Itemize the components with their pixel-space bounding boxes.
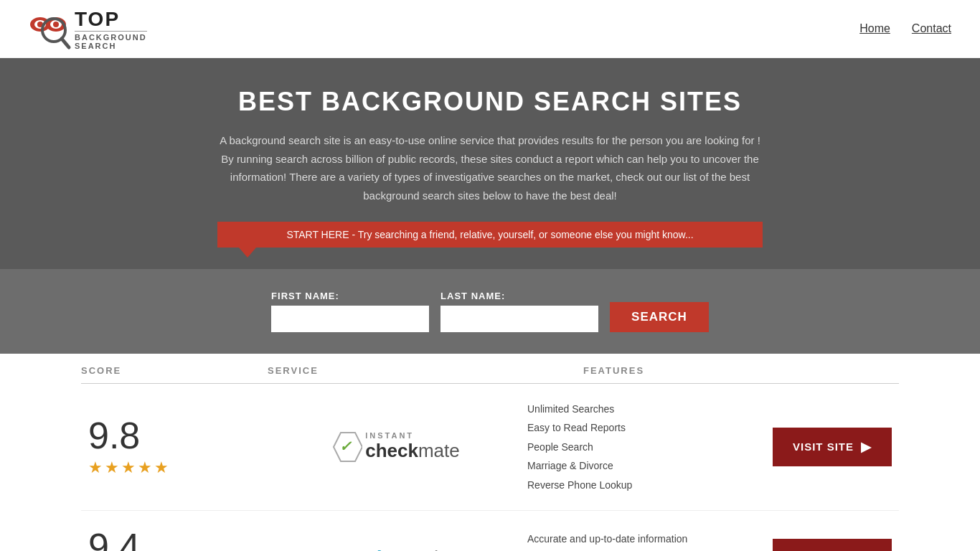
star-1: ★ — [88, 458, 103, 477]
visit-col-1: VISIT SITE ▶ — [773, 428, 899, 466]
star-half-1: ★ — [154, 458, 169, 477]
table-header: SCORE SERVICE FEATURES — [81, 354, 899, 384]
search-form: FIRST NAME: LAST NAME: SEARCH — [14, 291, 966, 332]
checkmate-name-text: checkmate — [365, 440, 460, 462]
star-2: ★ — [105, 458, 119, 477]
col-header-service: SERVICE — [268, 365, 583, 376]
feature-item: People Search — [527, 439, 773, 455]
search-button[interactable]: SEARCH — [610, 302, 709, 332]
svg-line-7 — [62, 39, 69, 47]
feature-item: Marriage & Divorce — [527, 458, 773, 474]
header: TOP BACKGROUNDSEARCH Home Contact — [0, 0, 980, 58]
last-name-group: LAST NAME: — [440, 291, 598, 332]
table-row: 9.4 ★ ★ ★ ★ ★ People LOOker Accurate and… — [81, 511, 899, 551]
stars-1: ★ ★ ★ ★ ★ — [88, 458, 169, 477]
results-table: SCORE SERVICE FEATURES 9.8 ★ ★ ★ ★ ★ ✓ — [67, 354, 913, 551]
first-name-label: FIRST NAME: — [271, 291, 429, 301]
last-name-input[interactable] — [440, 306, 598, 332]
score-col-1: 9.8 ★ ★ ★ ★ ★ — [81, 417, 268, 477]
hero-title: BEST BACKGROUND SEARCH SITES — [14, 87, 966, 117]
feature-item: Accurate and up-to-date information — [527, 531, 773, 547]
nav-contact-link[interactable]: Contact — [912, 22, 951, 35]
people-logo-looker: LOOker — [392, 547, 462, 551]
checkmate-logo-text-block: INSTANT checkmate — [365, 431, 460, 462]
checkmate-instant-text: INSTANT — [365, 431, 460, 440]
people-logo-people: People — [326, 547, 392, 551]
logo-text: TOP BACKGROUNDSEARCH — [75, 8, 147, 50]
table-row: 9.8 ★ ★ ★ ★ ★ ✓ INSTANT checkmate — [81, 384, 899, 511]
features-col-1: Unlimited Searches Easy to Read Reports … — [520, 401, 773, 493]
visit-site-button-2[interactable]: VISIT SITE ▶ — [773, 539, 892, 551]
search-section: FIRST NAME: LAST NAME: SEARCH — [0, 269, 980, 354]
visit-site-button-1[interactable]: VISIT SITE ▶ — [773, 428, 892, 466]
last-name-label: LAST NAME: — [440, 291, 598, 301]
svg-text:✓: ✓ — [339, 438, 352, 454]
logo-sub-text: BACKGROUNDSEARCH — [75, 31, 147, 50]
feature-item: Reverse Phone Lookup — [527, 477, 773, 493]
visit-btn-label-1: VISIT SITE — [793, 441, 854, 453]
logo-area: TOP BACKGROUNDSEARCH — [29, 7, 147, 50]
star-4: ★ — [138, 458, 152, 477]
nav-home-link[interactable]: Home — [859, 22, 890, 35]
feature-item: Unlimited Searches — [527, 401, 773, 417]
col-header-score: SCORE — [81, 365, 268, 376]
star-3: ★ — [121, 458, 136, 477]
score-number-1: 9.8 — [88, 417, 140, 454]
score-number-2: 9.4 — [88, 528, 140, 551]
peoplelooker-logo: People LOOker — [326, 547, 462, 551]
main-nav: Home Contact — [859, 22, 951, 35]
checkmate-logo-icon: ✓ — [328, 430, 362, 464]
search-callout: START HERE - Try searching a friend, rel… — [217, 222, 763, 248]
features-col-2: Accurate and up-to-date information Unli… — [520, 531, 773, 551]
hero-section: BEST BACKGROUND SEARCH SITES A backgroun… — [0, 58, 980, 269]
service-col-1: ✓ INSTANT checkmate — [268, 430, 520, 464]
first-name-input[interactable] — [271, 306, 429, 332]
checkmate-logo: ✓ INSTANT checkmate — [328, 430, 460, 464]
hero-description: A background search site is an easy-to-u… — [217, 131, 763, 204]
feature-item: Easy to Read Reports — [527, 420, 773, 435]
svg-point-5 — [53, 22, 59, 27]
visit-btn-arrow-1: ▶ — [861, 439, 872, 455]
visit-col-2: VISIT SITE ▶ — [773, 539, 899, 551]
logo-icon — [29, 7, 72, 50]
logo-top-text: TOP — [75, 8, 147, 31]
first-name-group: FIRST NAME: — [271, 291, 429, 332]
col-header-features: FEATURES — [583, 365, 899, 376]
score-col-2: 9.4 ★ ★ ★ ★ ★ — [81, 528, 268, 551]
callout-text: START HERE - Try searching a friend, rel… — [286, 229, 693, 240]
service-col-2: People LOOker — [268, 547, 520, 551]
callout-arrow — [239, 248, 256, 258]
